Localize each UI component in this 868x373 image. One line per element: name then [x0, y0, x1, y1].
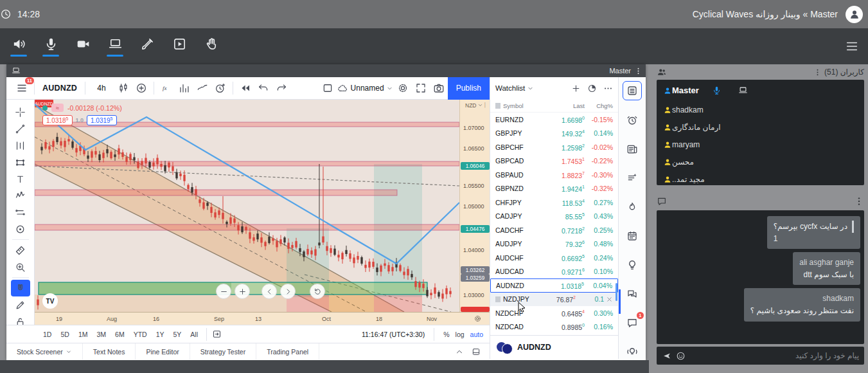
watchlist-row-audnzd[interactable]: AUDNZD1.031850.04% — [490, 278, 618, 293]
add-symbol-icon[interactable] — [571, 84, 581, 93]
chart-menu-button[interactable]: 11 — [13, 80, 30, 96]
crosshair-tool[interactable] — [11, 104, 30, 120]
scroll-left-button[interactable] — [261, 284, 277, 299]
screen-share-control[interactable] — [99, 37, 131, 57]
range-5d[interactable]: 5D — [57, 329, 72, 340]
participant-row[interactable]: maryam — [657, 136, 864, 153]
hamburger-menu-icon[interactable] — [845, 39, 859, 53]
position-tool[interactable] — [11, 204, 30, 221]
range-1m[interactable]: 1M — [75, 329, 91, 340]
ideas-tab[interactable] — [623, 256, 641, 274]
tab-pine-editor[interactable]: Pine Editor — [136, 343, 190, 359]
alert-button[interactable] — [212, 80, 229, 96]
chat-message[interactable]: در سایت cycfx بپرسم؟1 — [767, 216, 860, 249]
elliott-wave-tool[interactable] — [11, 187, 30, 204]
participant-row[interactable]: shadkam — [657, 101, 864, 118]
watchlist-row-nzdchf[interactable]: NZDCHF0.648540.30% — [490, 306, 618, 320]
redo-button[interactable] — [273, 80, 290, 96]
pattern-tool[interactable] — [11, 154, 30, 170]
draw-control[interactable] — [131, 37, 163, 57]
watchlist-row-eurnzd[interactable]: EURNZD1.66980-0.15% — [490, 113, 618, 127]
layout-name-dropdown[interactable]: Unnamed — [337, 80, 393, 96]
text-tool[interactable] — [11, 170, 30, 187]
zoom-in-button[interactable] — [235, 284, 250, 299]
range-6m[interactable]: 6M — [112, 329, 128, 340]
indicator-templates-button[interactable] — [176, 80, 193, 96]
publish-button[interactable]: Publish — [448, 77, 490, 100]
interval-button[interactable]: 4h — [89, 80, 114, 96]
media-control[interactable] — [163, 37, 195, 57]
chart-canvas[interactable]: TV ≈ -0.00128 (-0.12%) 1.03185 1.0 1.031… — [35, 100, 459, 312]
news-tab[interactable] — [623, 140, 641, 158]
remove-symbol-icon[interactable] — [606, 296, 613, 303]
layout-button[interactable] — [319, 80, 336, 96]
go-to-date-icon[interactable] — [212, 329, 222, 339]
tab-trading-panel[interactable]: Trading Panel — [256, 343, 319, 359]
headlines-tab[interactable] — [623, 169, 641, 187]
range-1d[interactable]: 1D — [40, 329, 55, 340]
send-icon[interactable] — [662, 351, 671, 361]
watchlist-tab[interactable] — [623, 81, 642, 100]
magnet-tool[interactable] — [11, 280, 30, 296]
snapshot-button[interactable] — [430, 80, 447, 96]
raise-hand-control[interactable] — [195, 37, 227, 57]
range-1y[interactable]: 1Y — [153, 329, 168, 340]
user-avatar[interactable] — [846, 6, 863, 23]
participant-master[interactable]: Master — [657, 80, 864, 101]
participant-row[interactable]: ارمان ماندگاری — [657, 118, 864, 136]
watchlist-detail-row[interactable]: AUDNZD — [490, 335, 618, 359]
scale-log[interactable]: log — [456, 331, 465, 338]
chart-type-button[interactable] — [115, 80, 132, 96]
watchlist-row-gbpjpy[interactable]: GBPJPY149.3240.14% — [490, 127, 618, 141]
watchlist-scrollbar[interactable] — [616, 283, 617, 301]
reset-chart-button[interactable] — [310, 284, 325, 299]
expand-panel-icon[interactable] — [455, 347, 464, 356]
axis-settings-icon[interactable] — [474, 314, 482, 323]
watchlist-row-nzdcad[interactable]: NZDCAD0.898500.16% — [490, 320, 618, 334]
hotlists-tab[interactable] — [623, 198, 641, 216]
watchlist-title-dropdown[interactable]: Watchlist — [495, 84, 534, 92]
watchlist-row-nzdjpy[interactable]: NZDJPY76.8720.1 — [490, 293, 618, 307]
alerts-tab[interactable] — [623, 111, 641, 129]
private-chats-tab[interactable]: 1 — [623, 314, 641, 332]
kebab-menu-icon[interactable] — [813, 68, 822, 77]
ideas-stream-tab[interactable] — [623, 343, 641, 361]
watchlist-row-gbpaud[interactable]: GBPAUD1.88237-0.30% — [490, 168, 618, 182]
kebab-menu-icon[interactable] — [634, 67, 642, 75]
chart-settings-button[interactable] — [394, 80, 411, 96]
watchlist-row-audjpy[interactable]: AUDJPY79.3260.48% — [490, 237, 618, 251]
chat-message[interactable]: shadkamنفت منتظر روند صعودی باشیم ؟ — [744, 288, 860, 321]
tab-text-notes[interactable]: Text Notes — [83, 343, 136, 359]
symbol-search-button[interactable]: AUDNZD — [39, 80, 81, 96]
kebab-menu-icon[interactable] — [854, 196, 864, 206]
watchlist-row-cadjpy[interactable]: CADJPY85.5550.43% — [490, 210, 618, 224]
watchlist-row-gbpnzd[interactable]: GBPNZD1.94241-0.32% — [490, 182, 618, 196]
range-5y[interactable]: 5Y — [170, 329, 185, 340]
indicators-button[interactable]: fx — [158, 80, 175, 96]
watchlist-row-audcad[interactable]: AUDCAD0.927160.10% — [490, 265, 618, 279]
camera-control[interactable] — [67, 37, 99, 57]
scale-%[interactable]: % — [443, 331, 449, 338]
watchlist-row-gbpcad[interactable]: GBPCAD1.74531-0.22% — [490, 154, 618, 168]
participant-row[interactable]: محسن — [657, 153, 864, 170]
watchlist-row-audchf[interactable]: AUDCHF0.669250.24% — [490, 251, 618, 265]
emoji-icon[interactable] — [676, 351, 686, 361]
panel-layout-icon[interactable] — [472, 347, 481, 356]
tab-stock-screener[interactable]: Stock Screener — [6, 343, 83, 359]
range-3m[interactable]: 3M — [93, 329, 109, 340]
participant-row[interactable]: مجید تمد.. — [657, 170, 864, 185]
undo-button[interactable] — [255, 80, 272, 96]
watchlist-row-chfjpy[interactable]: CHFJPY118.5340.27% — [490, 196, 618, 210]
mic-control[interactable] — [35, 37, 67, 57]
scroll-right-button[interactable] — [280, 284, 296, 299]
calendar-tab[interactable] — [623, 227, 641, 245]
time-axis[interactable]: 19Aug16Sep13Oct18Nov — [35, 312, 490, 325]
tab-strategy-tester[interactable]: Strategy Tester — [190, 343, 256, 359]
drawing-mode-tool[interactable] — [11, 296, 30, 313]
public-chats-tab[interactable] — [623, 285, 641, 303]
scale-auto[interactable]: auto — [470, 331, 483, 338]
compare-button[interactable] — [133, 80, 150, 96]
axis-currency[interactable]: NZD — [465, 102, 476, 109]
chart-clock[interactable]: 11:16:47 (UTC+3:30) — [362, 331, 425, 338]
price-axis[interactable]: NZD⎸ 1.070001.065001.055001.050001.04000… — [459, 100, 490, 312]
